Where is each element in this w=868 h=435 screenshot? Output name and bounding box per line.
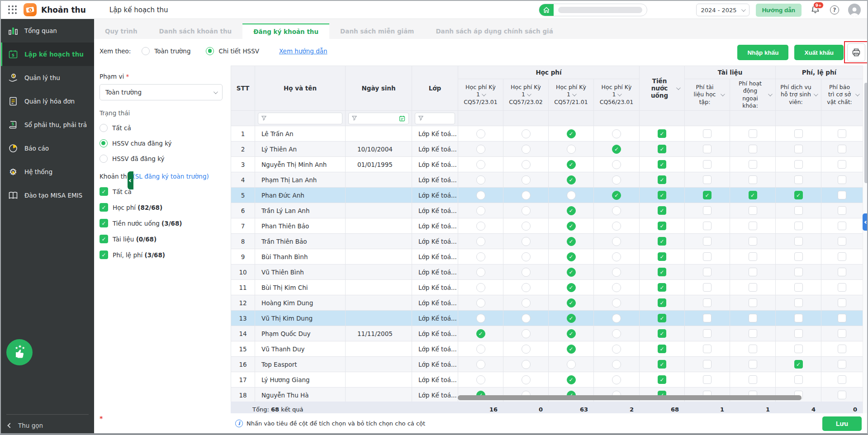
table-row[interactable]: 4Phạm Thị Lan AnhLớp Kế toá...✓✓✓✓✓✓✓✓✓	[231, 172, 863, 188]
fee-checkbox-cell[interactable]: ✓	[821, 157, 863, 172]
radio-unchecked[interactable]: ✓	[476, 252, 485, 261]
fee-radio-cell[interactable]: ✓	[549, 280, 594, 295]
tab-danh-sach-ap-dung[interactable]: Danh sách áp dụng chính sách giá	[425, 24, 564, 39]
checkbox-unchecked[interactable]: ✓	[838, 237, 846, 246]
radio-unchecked[interactable]: ✓	[522, 222, 531, 231]
radio-unchecked[interactable]: ✓	[476, 268, 485, 277]
fee-checkbox-cell[interactable]: ✓	[685, 341, 730, 357]
col-header-phi-tai-lieu[interactable]: Phí tài liệu học tập:	[685, 79, 730, 111]
radio-unchecked[interactable]: ✓	[476, 160, 485, 169]
radio-unchecked[interactable]: ✓	[522, 237, 531, 246]
checkbox-unchecked[interactable]: ✓	[838, 160, 846, 169]
fee-checkbox-cell[interactable]: ✓	[640, 311, 685, 326]
checkbox-checked[interactable]: ✓	[794, 360, 803, 369]
radio-checked[interactable]: ✓	[567, 329, 576, 338]
checkbox-unchecked[interactable]: ✓	[703, 129, 711, 138]
fee-checkbox-cell[interactable]: ✓	[685, 311, 730, 326]
radio-unchecked[interactable]: ✓	[567, 191, 576, 200]
fee-checkbox-cell[interactable]: ✓	[685, 203, 730, 218]
fee-radio-cell[interactable]: ✓	[549, 203, 594, 218]
checkbox-unchecked[interactable]: ✓	[749, 252, 757, 261]
fee-checkbox-cell[interactable]: ✓	[776, 249, 821, 265]
fee-checkbox-cell[interactable]: ✓	[776, 372, 821, 388]
radio-unchecked[interactable]: ✓	[476, 283, 485, 292]
fee-radio-cell[interactable]: ✓	[549, 357, 594, 372]
radio-unchecked[interactable]: ✓	[612, 314, 621, 323]
fee-radio-cell[interactable]: ✓	[594, 311, 640, 326]
col-header-ngay-sinh[interactable]: Ngày sinh	[346, 66, 412, 111]
fee-radio-cell[interactable]: ✓	[594, 280, 640, 295]
fee-radio-cell[interactable]: ✓	[503, 311, 549, 326]
fee-radio-cell[interactable]: ✓	[594, 341, 640, 357]
fee-radio-cell[interactable]: ✓	[594, 265, 640, 280]
checkbox-unchecked[interactable]: ✓	[749, 283, 757, 292]
fee-checkbox-cell[interactable]: ✓	[821, 341, 863, 357]
checkbox-checked[interactable]: ✓	[658, 360, 666, 369]
fee-checkbox-cell[interactable]: ✓	[640, 265, 685, 280]
radio-unchecked[interactable]: ✓	[612, 160, 621, 169]
table-row[interactable]: 5Phan Đức AnhLớp Kế toá...✓✓✓✓✓✓✓✓✓	[231, 188, 863, 203]
fee-checkbox-cell[interactable]: ✓	[776, 188, 821, 203]
checkbox-unchecked[interactable]: ✓	[794, 345, 803, 353]
radio-unchecked[interactable]: ✓	[476, 191, 485, 200]
radio-unchecked[interactable]: ✓	[476, 375, 485, 384]
radio-unchecked[interactable]: ✓	[522, 160, 531, 169]
checkbox-unchecked[interactable]: ✓	[749, 375, 757, 384]
fee-radio-cell[interactable]: ✓	[549, 126, 594, 142]
fee-radio-cell[interactable]: ✓	[503, 326, 549, 341]
sidebar-item-he-thong[interactable]: ⚙ Hệ thống	[1, 160, 94, 184]
fee-checkbox-cell[interactable]: ✓	[640, 218, 685, 234]
fee-radio-cell[interactable]: ✓	[503, 295, 549, 311]
fee-checkbox-cell[interactable]: ✓	[821, 142, 863, 157]
fee-radio-cell[interactable]: ✓	[503, 126, 549, 142]
notification-bell-icon[interactable]: 9+	[811, 5, 820, 15]
fee-checkbox-cell[interactable]: ✓	[730, 372, 776, 388]
tab-danh-sach-mien-giam[interactable]: Danh sách miễn giảm	[329, 24, 425, 39]
radio-checked[interactable]: ✓	[567, 314, 576, 323]
fee-radio-cell[interactable]: ✓	[458, 157, 503, 172]
fee-radio-cell[interactable]: ✓	[503, 265, 549, 280]
sidebar-collapse-button[interactable]: Thu gọn	[1, 415, 94, 435]
table-row[interactable]: 9Bùi Thanh BìnhLớp Kế toá...✓✓✓✓✓✓✓✓✓	[231, 249, 863, 265]
radio-checked[interactable]: ✓	[567, 237, 576, 246]
checkbox-checked[interactable]: ✓	[658, 329, 666, 338]
fee-radio-cell[interactable]: ✓	[458, 203, 503, 218]
app-grid-icon[interactable]	[8, 5, 17, 14]
radio-unchecked[interactable]: ✓	[522, 206, 531, 215]
fee-radio-cell[interactable]: ✓	[458, 341, 503, 357]
checkbox-unchecked[interactable]: ✓	[703, 375, 711, 384]
checkbox-unchecked[interactable]: ✓	[794, 175, 803, 184]
tab-danh-sach-khoan-thu[interactable]: Danh sách khoản thu	[148, 24, 243, 39]
radio-unchecked[interactable]: ✓	[476, 360, 485, 369]
fee-checkbox-cell[interactable]: ✓	[685, 172, 730, 188]
checkbox-unchecked[interactable]: ✓	[749, 268, 757, 276]
table-row[interactable]: 14Phạm Quốc Duy11/11/2005Lớp Kế toá...✓✓…	[231, 326, 863, 341]
checkbox-checked[interactable]: ✓	[658, 160, 666, 169]
feedback-thumbs-up-icon[interactable]: ★★★	[6, 339, 33, 365]
export-button[interactable]: Xuất khẩu	[794, 45, 844, 60]
checkbox-unchecked[interactable]: ✓	[749, 175, 757, 184]
sidebar-item-bao-cao[interactable]: Báo cáo	[1, 137, 94, 160]
fee-radio-cell[interactable]: ✓	[503, 172, 549, 188]
fee-radio-cell[interactable]: ✓	[549, 249, 594, 265]
checkbox-checked[interactable]: ✓	[703, 191, 711, 199]
horizontal-scrollbar[interactable]	[458, 395, 802, 400]
checkbox-unchecked[interactable]: ✓	[703, 360, 711, 369]
radio-checked[interactable]: ✓	[567, 160, 576, 169]
radio-unchecked[interactable]: ✓	[522, 129, 531, 138]
checkbox-unchecked[interactable]: ✓	[838, 191, 846, 199]
scrollbar-thumb[interactable]	[864, 83, 868, 183]
checkbox-unchecked[interactable]: ✓	[749, 314, 757, 322]
radio-unchecked[interactable]: ✓	[612, 283, 621, 292]
checkbox-unchecked[interactable]: ✓	[838, 391, 846, 399]
checkbox-checked[interactable]: ✓	[658, 206, 666, 215]
name-filter-text[interactable]	[269, 115, 339, 122]
radio-unchecked[interactable]: ✓	[522, 252, 531, 261]
checkbox-unchecked[interactable]: ✓	[838, 283, 846, 292]
col-header-stt[interactable]: STT	[231, 66, 255, 111]
fee-checkbox-cell[interactable]: ✓	[640, 172, 685, 188]
checkbox-checked[interactable]: ✓	[658, 237, 666, 246]
checkbox-unchecked[interactable]: ✓	[703, 252, 711, 261]
table-row[interactable]: 11Bùi Thị Kim ChiLớp Kế toá...✓✓✓✓✓✓✓✓✓	[231, 280, 863, 295]
fee-checkbox-cell[interactable]: ✓	[730, 280, 776, 295]
